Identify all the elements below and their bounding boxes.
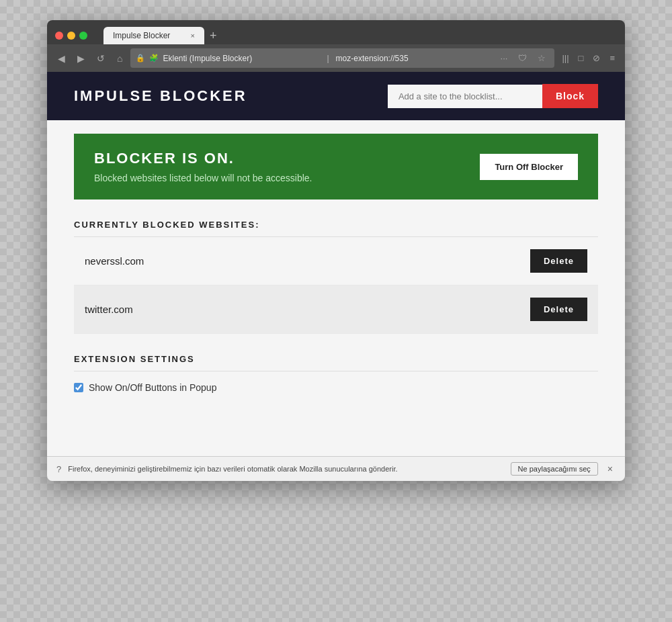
notification-text: Firefox, deneyiminizi geliştirebilmemiz … — [68, 465, 503, 473]
header-actions: Block — [388, 84, 598, 108]
address-separator: | — [327, 54, 329, 63]
home-icon: ⌂ — [117, 53, 122, 64]
notification-bar: ? Firefox, deneyiminizi geliştirebilmemi… — [47, 456, 625, 481]
app-title: IMPULSE BLOCKER — [74, 87, 247, 105]
delete-neverssl-button[interactable]: Delete — [530, 249, 587, 273]
forward-icon: ▶ — [77, 53, 85, 64]
website-row: twitter.com Delete — [74, 285, 598, 334]
app-header: IMPULSE BLOCKER Block — [47, 72, 625, 120]
extension-settings-heading: EXTENSION SETTINGS — [74, 354, 598, 371]
back-icon: ◀ — [58, 53, 65, 64]
active-tab[interactable]: Impulse Blocker × — [103, 27, 204, 44]
notification-close-button[interactable]: × — [605, 463, 616, 474]
reader-button[interactable]: □ — [575, 51, 587, 65]
tab-bar: Impulse Blocker × + — [103, 27, 222, 44]
website-list: neverssl.com Delete twitter.com Delete — [74, 237, 598, 334]
website-row: neverssl.com Delete — [74, 237, 598, 285]
tab-title: Impulse Blocker — [113, 31, 170, 40]
browser-nav-icons: ||| □ ⊘ ≡ — [558, 51, 618, 65]
no-icon-button[interactable]: ⊘ — [589, 51, 603, 65]
address-url: moz-extension://535 — [336, 54, 493, 63]
back-button[interactable]: ◀ — [54, 50, 69, 66]
home-button[interactable]: ⌂ — [113, 50, 126, 66]
app-body: BLOCKER IS ON. Blocked websites listed b… — [47, 120, 625, 456]
show-popup-setting[interactable]: Show On/Off Buttons in Popup — [74, 382, 598, 393]
show-popup-label: Show On/Off Buttons in Popup — [89, 382, 216, 393]
puzzle-icon: 🧩 — [149, 54, 159, 62]
bookmark-icon[interactable]: ☆ — [534, 51, 549, 65]
menu-button[interactable]: ≡ — [606, 51, 618, 65]
extension-settings: EXTENSION SETTINGS Show On/Off Buttons i… — [74, 354, 598, 393]
maximize-traffic-light[interactable] — [79, 32, 87, 40]
notification-action-button[interactable]: Ne paylaşacağımı seç — [511, 462, 598, 476]
title-bar: Impulse Blocker × + ◀ ▶ ↺ ⌂ 🔒 🧩 — [47, 20, 625, 72]
refresh-button[interactable]: ↺ — [93, 50, 109, 66]
blocked-websites-heading: CURRENTLY BLOCKED WEBSITES: — [74, 220, 598, 237]
block-button[interactable]: Block — [542, 84, 598, 108]
banner-heading: BLOCKER IS ON. — [94, 150, 312, 167]
new-tab-button[interactable]: + — [204, 27, 222, 44]
banner-description: Blocked websites listed below will not b… — [94, 173, 312, 183]
nav-bar: ◀ ▶ ↺ ⌂ 🔒 🧩 Eklenti (Impulse Blocker) | … — [47, 44, 625, 72]
refresh-icon: ↺ — [97, 53, 105, 64]
close-traffic-light[interactable] — [55, 32, 63, 40]
traffic-lights — [55, 32, 87, 40]
lock-icon: 🔒 — [136, 54, 145, 62]
library-button[interactable]: ||| — [558, 51, 572, 65]
forward-button[interactable]: ▶ — [73, 50, 89, 66]
notification-info-icon: ? — [56, 464, 61, 474]
banner-text: BLOCKER IS ON. Blocked websites listed b… — [94, 150, 312, 183]
more-options-icon[interactable]: ··· — [497, 51, 511, 65]
turn-off-blocker-button[interactable]: Turn Off Blocker — [480, 154, 578, 180]
website-name: twitter.com — [85, 304, 133, 315]
minimize-traffic-light[interactable] — [67, 32, 75, 40]
tab-close-button[interactable]: × — [191, 32, 195, 40]
website-name: neverssl.com — [85, 255, 144, 267]
status-banner: BLOCKER IS ON. Blocked websites listed b… — [74, 134, 598, 199]
add-site-input[interactable] — [388, 85, 542, 108]
show-popup-checkbox[interactable] — [74, 383, 83, 392]
address-bar[interactable]: 🔒 🧩 Eklenti (Impulse Blocker) | moz-exte… — [130, 48, 554, 68]
address-extension-name: Eklenti (Impulse Blocker) — [163, 54, 320, 63]
delete-twitter-button[interactable]: Delete — [530, 298, 587, 321]
browser-window: Impulse Blocker × + ◀ ▶ ↺ ⌂ 🔒 🧩 — [47, 20, 625, 481]
shield-icon: 🛡 — [515, 51, 530, 65]
